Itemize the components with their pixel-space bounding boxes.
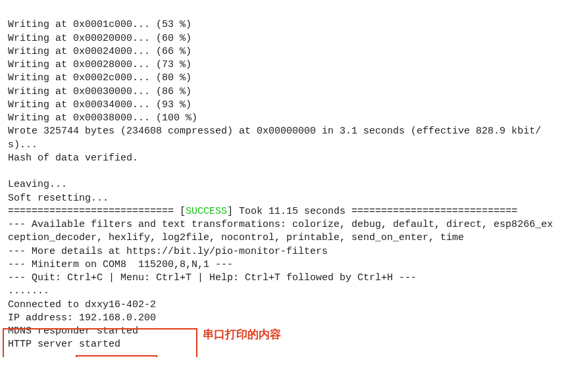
flash-summary: Wrote 325744 bytes (234608 compressed) a… (8, 126, 541, 150)
flash-line: Writing at 0x00038000... (100 %) (8, 112, 197, 124)
filters-line: --- Available filters and text transform… (8, 219, 553, 243)
success-line: ============================ [SUCCESS] T… (8, 206, 517, 217)
success-suffix: ] Took 11.15 seconds ===================… (227, 206, 517, 217)
flash-line: Writing at 0x00028000... (73 %) (8, 59, 192, 70)
success-word: SUCCESS (186, 206, 227, 217)
leaving-line: Leaving... (8, 179, 67, 190)
flash-line: Writing at 0x00020000... (60 %) (8, 33, 192, 44)
terminal-output: Writing at 0x0001c000... (53 %) Writing … (8, 5, 556, 352)
flash-line: Writing at 0x0002c000... (80 %) (8, 72, 192, 84)
mdns-line: MDNS responder started (8, 326, 138, 337)
http-line: HTTP server started (8, 339, 120, 350)
dots-line: ....... (8, 285, 49, 297)
annotation-box-ip (76, 355, 157, 357)
flash-line: Writing at 0x00030000... (86 %) (8, 86, 192, 97)
hash-line: Hash of data verified. (8, 153, 138, 164)
success-prefix: ============================ [ (8, 206, 186, 217)
flash-line: Writing at 0x00034000... (93 %) (8, 99, 192, 110)
flash-line: Writing at 0x0001c000... (53 %) (8, 19, 192, 30)
miniterm-line: --- Miniterm on COM8 115200,8,N,1 --- (8, 259, 233, 270)
quit-line: --- Quit: Ctrl+C | Menu: Ctrl+T | Help: … (8, 272, 417, 283)
reset-line: Soft resetting... (8, 193, 109, 204)
flash-line: Writing at 0x00024000... (66 %) (8, 46, 192, 57)
details-line: --- More details at https://bit.ly/pio-m… (8, 246, 328, 257)
annotation-title: 串口打印的内容 (203, 328, 281, 343)
ip-line: IP address: 192.168.0.200 (8, 312, 156, 324)
connected-line: Connected to dxxy16-402-2 (8, 299, 156, 310)
